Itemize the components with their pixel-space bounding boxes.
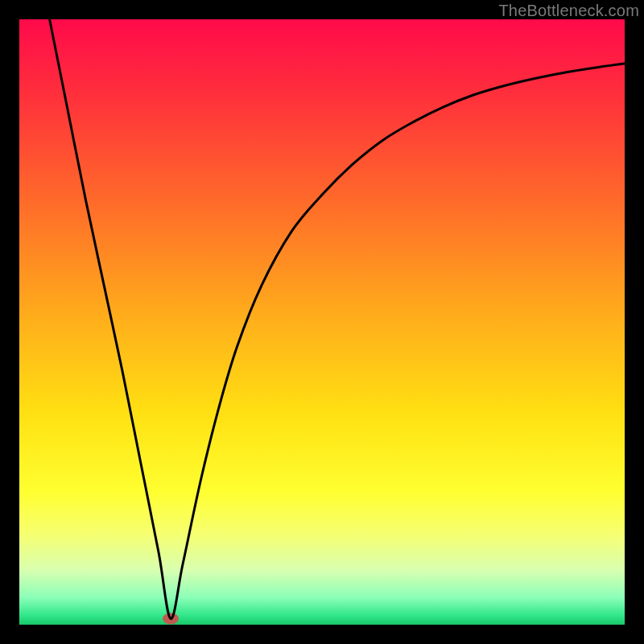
chart-svg	[19, 19, 625, 625]
chart-background	[19, 19, 625, 625]
watermark-text: TheBottleneck.com	[498, 2, 639, 20]
chart-frame	[19, 19, 625, 625]
